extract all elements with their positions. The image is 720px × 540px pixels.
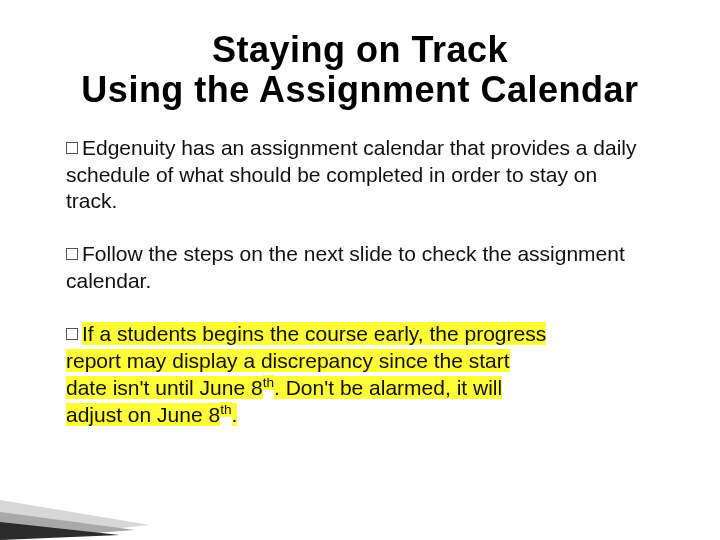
- bullet-1-text: Edgenuity has an assignment calendar tha…: [66, 136, 637, 213]
- bullet-1: Edgenuity has an assignment calendar tha…: [66, 135, 654, 216]
- bullet-3-line2: report may display a discrepancy since t…: [66, 349, 510, 372]
- bullet-2: Follow the steps on the next slide to ch…: [66, 241, 654, 295]
- svg-marker-0: [0, 500, 150, 540]
- title-line-2: Using the Assignment Calendar: [81, 69, 638, 110]
- checkbox-icon: [66, 248, 78, 260]
- bullet-list: Edgenuity has an assignment calendar tha…: [60, 135, 660, 429]
- slide: Staying on Track Using the Assignment Ca…: [0, 0, 720, 540]
- slide-title: Staying on Track Using the Assignment Ca…: [60, 30, 660, 111]
- svg-marker-2: [0, 522, 120, 540]
- bullet-3-line3a: date isn't until June 8: [66, 376, 263, 399]
- bullet-3: If a students begins the course early, t…: [66, 321, 654, 429]
- bullet-3-line1: If a students begins the course early, t…: [82, 322, 546, 345]
- bullet-2-text: Follow the steps on the next slide to ch…: [66, 242, 625, 292]
- bullet-3-line3b: . Don't be alarmed, it will: [274, 376, 502, 399]
- title-line-1: Staying on Track: [212, 29, 508, 70]
- corner-accent-icon: [0, 460, 200, 540]
- bullet-3-line4a: adjust on June 8: [66, 403, 220, 426]
- checkbox-icon: [66, 328, 78, 340]
- svg-marker-1: [0, 512, 135, 540]
- checkbox-icon: [66, 142, 78, 154]
- bullet-3-line4b: .: [232, 403, 238, 426]
- superscript-th: th: [263, 375, 274, 390]
- superscript-th: th: [220, 402, 231, 417]
